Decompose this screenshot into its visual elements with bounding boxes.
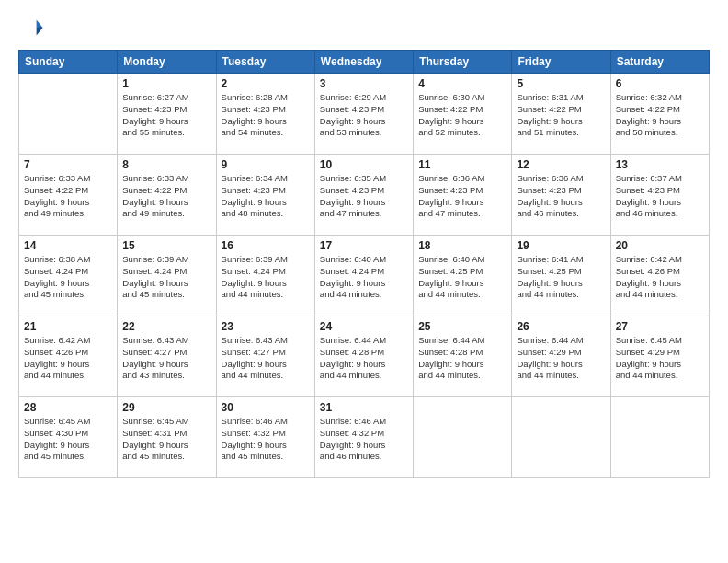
weekday-header-friday: Friday bbox=[512, 51, 610, 74]
logo bbox=[18, 15, 48, 40]
day-number: 12 bbox=[517, 158, 605, 171]
day-info: Sunrise: 6:41 AMSunset: 4:25 PMDaylight:… bbox=[517, 254, 605, 301]
calendar: SundayMondayTuesdayWednesdayThursdayFrid… bbox=[18, 50, 710, 478]
weekday-header-thursday: Thursday bbox=[414, 51, 512, 74]
calendar-cell: 21Sunrise: 6:42 AMSunset: 4:26 PMDayligh… bbox=[19, 316, 118, 397]
day-number: 14 bbox=[24, 239, 112, 252]
calendar-cell: 16Sunrise: 6:39 AMSunset: 4:24 PMDayligh… bbox=[216, 236, 314, 316]
calendar-cell: 28Sunrise: 6:45 AMSunset: 4:30 PMDayligh… bbox=[19, 397, 118, 478]
day-info: Sunrise: 6:36 AMSunset: 4:23 PMDaylight:… bbox=[517, 173, 605, 220]
calendar-cell: 15Sunrise: 6:39 AMSunset: 4:24 PMDayligh… bbox=[118, 236, 216, 316]
day-number: 3 bbox=[320, 77, 408, 90]
day-number: 10 bbox=[320, 158, 408, 171]
day-number: 18 bbox=[418, 239, 506, 252]
calendar-cell bbox=[414, 397, 512, 478]
day-number: 21 bbox=[24, 320, 112, 333]
day-info: Sunrise: 6:39 AMSunset: 4:24 PMDaylight:… bbox=[122, 254, 210, 301]
day-number: 15 bbox=[122, 239, 210, 252]
calendar-cell: 11Sunrise: 6:36 AMSunset: 4:23 PMDayligh… bbox=[414, 155, 512, 236]
day-info: Sunrise: 6:42 AMSunset: 4:26 PMDaylight:… bbox=[24, 335, 112, 382]
day-number: 1 bbox=[122, 77, 210, 90]
calendar-cell: 2Sunrise: 6:28 AMSunset: 4:23 PMDaylight… bbox=[216, 74, 314, 155]
day-number: 23 bbox=[222, 320, 310, 333]
day-info: Sunrise: 6:46 AMSunset: 4:32 PMDaylight:… bbox=[320, 416, 408, 463]
day-number: 27 bbox=[616, 320, 704, 333]
weekday-header-row: SundayMondayTuesdayWednesdayThursdayFrid… bbox=[19, 51, 710, 74]
day-info: Sunrise: 6:30 AMSunset: 4:22 PMDaylight:… bbox=[418, 92, 506, 139]
week-row-1: 1Sunrise: 6:27 AMSunset: 4:23 PMDaylight… bbox=[19, 74, 710, 155]
day-info: Sunrise: 6:32 AMSunset: 4:22 PMDaylight:… bbox=[616, 92, 704, 139]
day-info: Sunrise: 6:44 AMSunset: 4:28 PMDaylight:… bbox=[418, 335, 506, 382]
day-number: 20 bbox=[616, 239, 704, 252]
calendar-cell: 22Sunrise: 6:43 AMSunset: 4:27 PMDayligh… bbox=[118, 316, 216, 397]
weekday-header-monday: Monday bbox=[118, 51, 216, 74]
day-number: 5 bbox=[517, 77, 605, 90]
day-info: Sunrise: 6:44 AMSunset: 4:28 PMDaylight:… bbox=[320, 335, 408, 382]
calendar-cell: 19Sunrise: 6:41 AMSunset: 4:25 PMDayligh… bbox=[512, 236, 610, 316]
day-info: Sunrise: 6:35 AMSunset: 4:23 PMDaylight:… bbox=[320, 173, 408, 220]
calendar-cell: 12Sunrise: 6:36 AMSunset: 4:23 PMDayligh… bbox=[512, 155, 610, 236]
day-number: 30 bbox=[222, 401, 310, 414]
day-number: 13 bbox=[616, 158, 704, 171]
day-info: Sunrise: 6:42 AMSunset: 4:26 PMDaylight:… bbox=[616, 254, 704, 301]
calendar-cell: 1Sunrise: 6:27 AMSunset: 4:23 PMDaylight… bbox=[118, 74, 216, 155]
calendar-cell: 14Sunrise: 6:38 AMSunset: 4:24 PMDayligh… bbox=[19, 236, 118, 316]
day-info: Sunrise: 6:40 AMSunset: 4:24 PMDaylight:… bbox=[320, 254, 408, 301]
calendar-cell: 27Sunrise: 6:45 AMSunset: 4:29 PMDayligh… bbox=[610, 316, 709, 397]
calendar-cell: 10Sunrise: 6:35 AMSunset: 4:23 PMDayligh… bbox=[314, 155, 413, 236]
calendar-cell: 5Sunrise: 6:31 AMSunset: 4:22 PMDaylight… bbox=[512, 74, 610, 155]
day-info: Sunrise: 6:45 AMSunset: 4:30 PMDaylight:… bbox=[24, 416, 112, 463]
week-row-4: 21Sunrise: 6:42 AMSunset: 4:26 PMDayligh… bbox=[19, 316, 710, 397]
calendar-cell bbox=[610, 397, 709, 478]
day-number: 28 bbox=[24, 401, 112, 414]
svg-marker-1 bbox=[37, 28, 43, 35]
day-info: Sunrise: 6:33 AMSunset: 4:22 PMDaylight:… bbox=[24, 173, 112, 220]
day-info: Sunrise: 6:34 AMSunset: 4:23 PMDaylight:… bbox=[222, 173, 310, 220]
day-info: Sunrise: 6:46 AMSunset: 4:32 PMDaylight:… bbox=[222, 416, 310, 463]
calendar-cell: 23Sunrise: 6:43 AMSunset: 4:27 PMDayligh… bbox=[216, 316, 314, 397]
day-number: 16 bbox=[222, 239, 310, 252]
page: SundayMondayTuesdayWednesdayThursdayFrid… bbox=[0, 0, 728, 563]
svg-marker-0 bbox=[37, 20, 43, 28]
day-info: Sunrise: 6:28 AMSunset: 4:23 PMDaylight:… bbox=[222, 92, 310, 139]
day-number: 17 bbox=[320, 239, 408, 252]
calendar-cell: 7Sunrise: 6:33 AMSunset: 4:22 PMDaylight… bbox=[19, 155, 118, 236]
day-number: 19 bbox=[517, 239, 605, 252]
day-number: 22 bbox=[122, 320, 210, 333]
calendar-cell: 9Sunrise: 6:34 AMSunset: 4:23 PMDaylight… bbox=[216, 155, 314, 236]
day-number: 4 bbox=[418, 77, 506, 90]
calendar-cell: 18Sunrise: 6:40 AMSunset: 4:25 PMDayligh… bbox=[414, 236, 512, 316]
calendar-cell: 17Sunrise: 6:40 AMSunset: 4:24 PMDayligh… bbox=[314, 236, 413, 316]
day-number: 8 bbox=[122, 158, 210, 171]
logo-icon bbox=[18, 15, 44, 40]
week-row-2: 7Sunrise: 6:33 AMSunset: 4:22 PMDaylight… bbox=[19, 155, 710, 236]
week-row-3: 14Sunrise: 6:38 AMSunset: 4:24 PMDayligh… bbox=[19, 236, 710, 316]
calendar-cell: 13Sunrise: 6:37 AMSunset: 4:23 PMDayligh… bbox=[610, 155, 709, 236]
day-info: Sunrise: 6:39 AMSunset: 4:24 PMDaylight:… bbox=[222, 254, 310, 301]
week-row-5: 28Sunrise: 6:45 AMSunset: 4:30 PMDayligh… bbox=[19, 397, 710, 478]
weekday-header-tuesday: Tuesday bbox=[216, 51, 314, 74]
day-number: 25 bbox=[418, 320, 506, 333]
day-info: Sunrise: 6:44 AMSunset: 4:29 PMDaylight:… bbox=[517, 335, 605, 382]
calendar-cell: 6Sunrise: 6:32 AMSunset: 4:22 PMDaylight… bbox=[610, 74, 709, 155]
day-info: Sunrise: 6:43 AMSunset: 4:27 PMDaylight:… bbox=[122, 335, 210, 382]
calendar-cell: 8Sunrise: 6:33 AMSunset: 4:22 PMDaylight… bbox=[118, 155, 216, 236]
day-number: 2 bbox=[222, 77, 310, 90]
day-number: 29 bbox=[122, 401, 210, 414]
day-number: 11 bbox=[418, 158, 506, 171]
day-number: 26 bbox=[517, 320, 605, 333]
calendar-cell bbox=[512, 397, 610, 478]
calendar-cell: 25Sunrise: 6:44 AMSunset: 4:28 PMDayligh… bbox=[414, 316, 512, 397]
calendar-cell bbox=[19, 74, 118, 155]
weekday-header-wednesday: Wednesday bbox=[314, 51, 413, 74]
day-info: Sunrise: 6:45 AMSunset: 4:29 PMDaylight:… bbox=[616, 335, 704, 382]
day-number: 9 bbox=[222, 158, 310, 171]
day-info: Sunrise: 6:33 AMSunset: 4:22 PMDaylight:… bbox=[122, 173, 210, 220]
day-number: 24 bbox=[320, 320, 408, 333]
weekday-header-saturday: Saturday bbox=[610, 51, 709, 74]
day-info: Sunrise: 6:36 AMSunset: 4:23 PMDaylight:… bbox=[418, 173, 506, 220]
day-number: 31 bbox=[320, 401, 408, 414]
day-number: 7 bbox=[24, 158, 112, 171]
weekday-header-sunday: Sunday bbox=[19, 51, 118, 74]
day-info: Sunrise: 6:27 AMSunset: 4:23 PMDaylight:… bbox=[122, 92, 210, 139]
